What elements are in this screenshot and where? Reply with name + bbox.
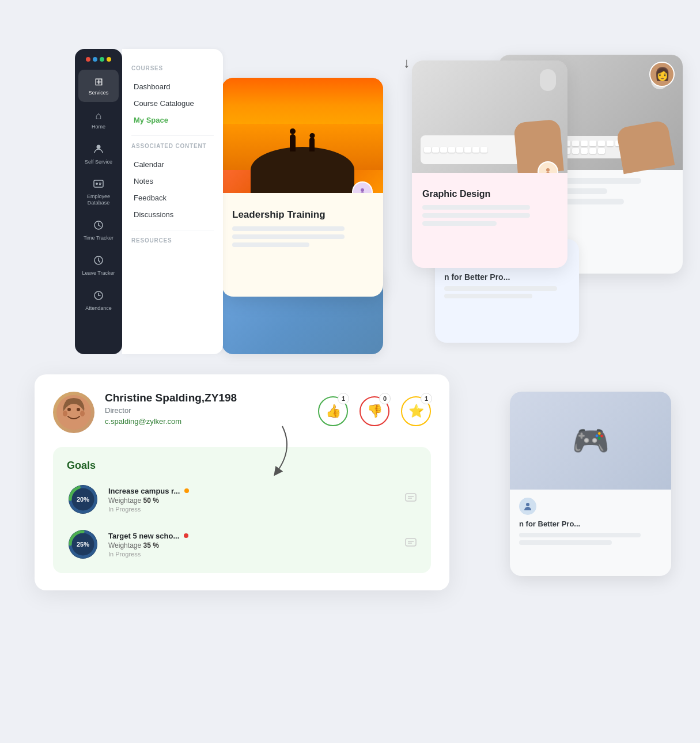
- avatar-topright: 👩: [649, 62, 675, 87]
- time-tracker-icon: [93, 220, 104, 233]
- profile-badges: 👍 1 👎 0 ⭐ 1: [318, 396, 431, 426]
- nav-link-course-catalogue[interactable]: Course Catalogue: [131, 95, 214, 112]
- star-icon: ⭐: [408, 404, 424, 419]
- card-line-3: [232, 242, 309, 247]
- svg-rect-25: [406, 494, 416, 501]
- profile-name: Christine Spalding,ZY198: [105, 392, 318, 404]
- sidebar-item-self-service[interactable]: Self Service: [78, 138, 119, 171]
- card-fourth-lines: [444, 286, 570, 298]
- nav-link-my-space[interactable]: My Space: [131, 112, 214, 128]
- card-line-2: [232, 234, 345, 239]
- svg-line-10: [99, 260, 100, 262]
- card-graphic-image: [412, 60, 567, 173]
- sidebar-item-services[interactable]: ⊞ Services: [78, 70, 119, 102]
- card-line-1: [232, 226, 345, 231]
- services-icon: ⊞: [94, 75, 103, 88]
- sidebar-label-attendance: Attendance: [85, 305, 112, 312]
- games-image: 🎮: [510, 392, 671, 490]
- thumbs-up-count: 1: [338, 393, 349, 404]
- sidebar-item-attendance[interactable]: Attendance: [78, 285, 119, 317]
- goal-2-comment-icon[interactable]: [404, 537, 417, 552]
- profile-section: Christine Spalding,ZY198 Director c.spal…: [35, 374, 449, 590]
- svg-point-14: [361, 188, 364, 192]
- goal-2-status: In Progress: [108, 551, 395, 558]
- graphic-line-3: [422, 221, 497, 226]
- svg-rect-31: [406, 539, 416, 546]
- nav-link-calendar[interactable]: Calendar: [131, 156, 214, 173]
- card-games: 🎮 n for Better Pro...: [510, 392, 671, 576]
- nav-link-feedback[interactable]: Feedback: [131, 189, 214, 206]
- goal-1-percent: 20%: [77, 496, 89, 503]
- cards-area: Leadership Training: [222, 49, 567, 360]
- nav-divider-2: [131, 230, 214, 230]
- card-graphic-design[interactable]: Graphic Design: [412, 60, 567, 268]
- nav-divider-1: [131, 135, 214, 136]
- goal-1-name: Increase campus r...: [108, 487, 395, 495]
- thumbs-down-circle: 👎 0: [360, 396, 389, 426]
- goal-2-name: Target 5 new scho...: [108, 532, 395, 540]
- card-fourth-label: n for Better Pro...: [444, 272, 570, 282]
- svg-point-0: [97, 145, 101, 149]
- sidebar-item-leave-tracker[interactable]: Leave Tracker: [78, 249, 119, 282]
- main-scene: ↓: [0, 0, 700, 743]
- goals-title: Goals: [67, 460, 417, 472]
- graphic-line-2: [422, 213, 530, 218]
- sidebar-label-home: Home: [92, 124, 105, 130]
- sidebar-label-leave-tracker: Leave Tracker: [82, 270, 115, 276]
- thumbs-up-circle: 👍 1: [318, 396, 348, 426]
- svg-line-7: [99, 225, 100, 226]
- attendance-icon: [93, 290, 104, 304]
- sidebar-label-self-service: Self Service: [85, 159, 112, 165]
- sidebar-item-employee-db[interactable]: Employee Database: [78, 173, 119, 212]
- employee-db-icon: [93, 179, 104, 192]
- nav-section-courses: COURSES: [131, 65, 214, 71]
- logo-dot-yellow: [107, 57, 111, 62]
- leave-tracker-icon: [93, 255, 104, 268]
- home-icon: ⌂: [96, 110, 102, 122]
- goal-1-details: Increase campus r... Weightage 50 % In P…: [108, 487, 395, 513]
- star-count: 1: [421, 393, 432, 404]
- profile-avatar: [53, 392, 94, 433]
- goal-2-progress: 25%: [67, 528, 99, 560]
- nav-link-discussions[interactable]: Discussions: [131, 206, 214, 223]
- self-service-icon: [93, 144, 104, 157]
- goal-item-2: 25% Target 5 new scho... Weightage 35 % …: [67, 528, 417, 560]
- nav-panel: COURSES Dashboard Course Catalogue My Sp…: [122, 49, 223, 354]
- goal-1-comment-icon[interactable]: [404, 492, 417, 507]
- card-leadership-title: Leadership Training: [232, 209, 373, 221]
- svg-point-18: [67, 408, 71, 411]
- logo-dot-blue: [93, 57, 97, 62]
- goal-2-status-dot: [184, 533, 188, 538]
- goals-card: Goals 20% Increase campus r...: [53, 447, 431, 573]
- gamepad-icon: 🎮: [572, 423, 610, 458]
- card-leadership-avatar: [352, 181, 373, 193]
- profile-header: Christine Spalding,ZY198 Director c.spal…: [53, 392, 431, 433]
- card-graphic-lines: [422, 205, 557, 226]
- card-leadership[interactable]: Leadership Training: [222, 78, 383, 297]
- nav-link-notes[interactable]: Notes: [131, 173, 214, 189]
- sidebar-logo: [86, 57, 111, 62]
- badge-thumbs-up: 👍 1: [318, 396, 348, 426]
- games-label: n for Better Pro...: [519, 520, 662, 528]
- logo-dot-green: [100, 57, 104, 62]
- goal-2-details: Target 5 new scho... Weightage 35 % In P…: [108, 532, 395, 558]
- games-body: n for Better Pro...: [510, 490, 671, 553]
- star-circle: ⭐ 1: [401, 396, 431, 426]
- card-leadership-body: Leadership Training: [222, 193, 383, 256]
- thumbs-down-count: 0: [379, 393, 391, 404]
- svg-point-20: [63, 411, 67, 416]
- svg-point-21: [80, 411, 85, 416]
- sidebar-label-employee-db: Employee Database: [78, 194, 119, 206]
- goal-1-status: In Progress: [108, 506, 395, 513]
- sidebar-item-time-tracker[interactable]: Time Tracker: [78, 214, 119, 247]
- svg-rect-1: [94, 180, 103, 187]
- card-graphic-title: Graphic Design: [422, 189, 557, 199]
- card-leadership-image: [222, 78, 383, 193]
- sidebar-item-home[interactable]: ⌂ Home: [78, 104, 119, 136]
- games-avatar: [519, 498, 536, 515]
- goal-2-weightage: Weightage 35 %: [108, 541, 395, 549]
- goal-1-weightage: Weightage 50 %: [108, 496, 395, 505]
- nav-link-dashboard[interactable]: Dashboard: [131, 78, 214, 95]
- card-leadership-lines: [232, 226, 373, 247]
- goal-1-progress: 20%: [67, 483, 99, 515]
